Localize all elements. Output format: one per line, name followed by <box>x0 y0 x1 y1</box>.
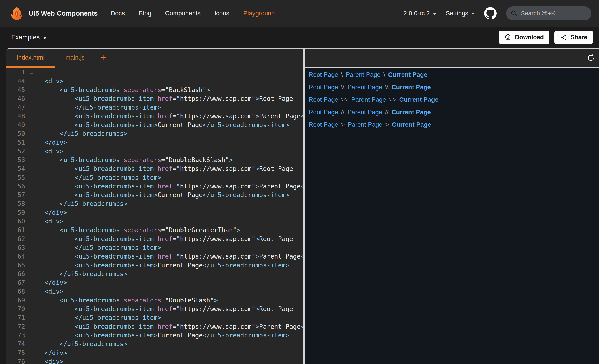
code-token: "https://www.sap.com" <box>176 323 255 330</box>
chevron-down-icon <box>433 13 436 15</box>
refresh-button[interactable] <box>586 53 595 62</box>
code-token <box>154 305 158 313</box>
code-line: 61 <ui5-breadcrumbs separators="DoubleGr… <box>6 226 303 234</box>
breadcrumb-link[interactable]: Root Page <box>309 84 338 91</box>
code-token: "DoubleSlash" <box>165 297 214 304</box>
github-link[interactable] <box>484 7 497 20</box>
breadcrumb-link[interactable]: Root Page <box>309 71 338 78</box>
code-text: <div> <box>29 217 63 226</box>
code-token: <div> <box>44 288 63 295</box>
breadcrumb-separator: >> <box>389 96 396 103</box>
breadcrumb-separator: \\ <box>385 84 389 91</box>
share-button[interactable]: Share <box>554 31 593 44</box>
code-token: > <box>255 305 259 313</box>
breadcrumb-link[interactable]: Parent Page <box>348 121 383 128</box>
code-token <box>29 95 75 102</box>
code-token: </ui5-breadcrumbs-item> <box>203 262 289 269</box>
nav-item-playground[interactable]: Playground <box>243 10 275 17</box>
share-icon <box>560 34 567 41</box>
settings-dropdown[interactable]: Settings <box>446 10 475 17</box>
code-token: <ui5-breadcrumbs <box>60 86 120 94</box>
code-line: 74 </ui5-breadcrumbs> <box>6 340 303 348</box>
code-text: </ui5-breadcrumbs-item> <box>29 243 161 252</box>
code-line: 71 </ui5-breadcrumbs-item> <box>6 313 303 322</box>
breadcrumb-link[interactable]: Parent Page <box>346 71 380 78</box>
search-input[interactable] <box>520 10 587 17</box>
breadcrumb-separator: \ <box>383 71 385 78</box>
code-token: = <box>173 323 176 330</box>
chevron-down-icon <box>43 37 47 39</box>
nav-item-components[interactable]: Components <box>165 10 201 17</box>
code-token: <ui5-breadcrumbs-item <box>75 235 154 243</box>
code-line: 66 </ui5-breadcrumbs> <box>6 270 303 278</box>
line-number: 54 <box>6 164 25 173</box>
code-text: <ui5-breadcrumbs-item>Current Page</ui5-… <box>29 191 289 199</box>
breadcrumb-link[interactable]: Root Page <box>309 121 338 128</box>
code-area[interactable]: 1…44 <div>45 <ui5-breadcrumbs separators… <box>6 68 303 364</box>
download-button[interactable]: Download <box>499 31 549 44</box>
add-tab-button[interactable]: + <box>95 48 111 68</box>
code-line: 67 </div> <box>6 278 303 287</box>
nav-item-blog[interactable]: Blog <box>139 10 151 17</box>
breadcrumb-link[interactable]: Parent Page <box>348 109 382 116</box>
code-line: 1… <box>6 68 303 77</box>
nav-item-docs[interactable]: Docs <box>111 10 125 17</box>
nav-item-icons[interactable]: Icons <box>214 10 229 17</box>
code-token: > <box>206 86 210 94</box>
code-token: <div> <box>44 77 63 85</box>
code-token: <ui5-breadcrumbs-item> <box>75 332 158 339</box>
code-token <box>29 191 75 199</box>
breadcrumb-link[interactable]: Parent Page <box>348 84 382 91</box>
breadcrumb-separator: \ <box>341 71 343 78</box>
code-token: Current Page <box>158 121 203 129</box>
line-number: 68 <box>6 287 25 296</box>
code-token <box>29 200 60 207</box>
pane-resizer-handle[interactable] <box>303 48 305 364</box>
code-token: separators <box>123 156 161 164</box>
code-token: Root Page <box>259 165 293 172</box>
breadcrumb-current-page: Current Page <box>392 84 431 91</box>
code-token <box>29 332 75 339</box>
breadcrumb-link[interactable]: Root Page <box>309 96 338 103</box>
breadcrumb-separator: \\ <box>341 84 345 91</box>
code-token: <ui5-breadcrumbs-item <box>75 323 154 330</box>
code-text: <ui5-breadcrumbs-item href="https://www.… <box>29 322 303 331</box>
breadcrumb-link[interactable]: Parent Page <box>351 96 386 103</box>
code-token <box>120 226 124 234</box>
code-token: "https://www.sap.com" <box>176 183 255 190</box>
line-number: 64 <box>6 252 25 261</box>
code-token <box>29 165 75 172</box>
tab-index-html[interactable]: index.html <box>7 49 55 68</box>
line-number: 69 <box>6 296 25 305</box>
code-line: 76 <div> <box>6 357 303 364</box>
code-token: = <box>161 297 165 304</box>
breadcrumb-separator: // <box>385 109 389 116</box>
code-token <box>29 174 75 181</box>
code-token: </ui5-breadcrumbs> <box>60 200 127 207</box>
code-text: <ui5-breadcrumbs-item href="https://www.… <box>29 112 303 120</box>
line-number: 51 <box>6 138 25 147</box>
code-token: </ui5-breadcrumbs-item> <box>203 332 289 339</box>
code-line: 47 </ui5-breadcrumbs-item> <box>6 103 303 112</box>
code-token: = <box>173 253 176 260</box>
breadcrumb-link[interactable]: Root Page <box>309 109 338 116</box>
examples-toolbar: Examples Download Shar <box>0 27 599 48</box>
code-token: "https://www.sap.com" <box>176 305 255 313</box>
code-token: href <box>158 253 172 260</box>
code-token <box>29 104 75 111</box>
code-token: = <box>173 235 176 243</box>
tab-main-js[interactable]: main.js <box>55 49 95 68</box>
code-text: … <box>29 68 33 77</box>
code-line: 57 <ui5-breadcrumbs-item>Current Page</u… <box>6 191 303 199</box>
code-token: <ui5-breadcrumbs-item <box>75 112 154 120</box>
playground-app: UI5 Web Components DocsBlogComponentsIco… <box>0 0 599 364</box>
ui5-logo[interactable]: UI5 Web Components <box>9 6 97 21</box>
code-token: > <box>214 297 218 304</box>
version-dropdown[interactable]: 2.0.0-rc.2 <box>404 10 436 17</box>
code-token: "https://www.sap.com" <box>176 253 255 260</box>
code-editor-panel: index.htmlmain.js + 1…44 <div>45 <ui5-br… <box>6 48 303 364</box>
preview-content: Root Page\Parent Page\Current PageRoot P… <box>305 68 599 364</box>
code-token: = <box>173 305 176 313</box>
examples-dropdown[interactable]: Examples <box>11 34 47 41</box>
code-token: Current Page <box>158 262 203 269</box>
